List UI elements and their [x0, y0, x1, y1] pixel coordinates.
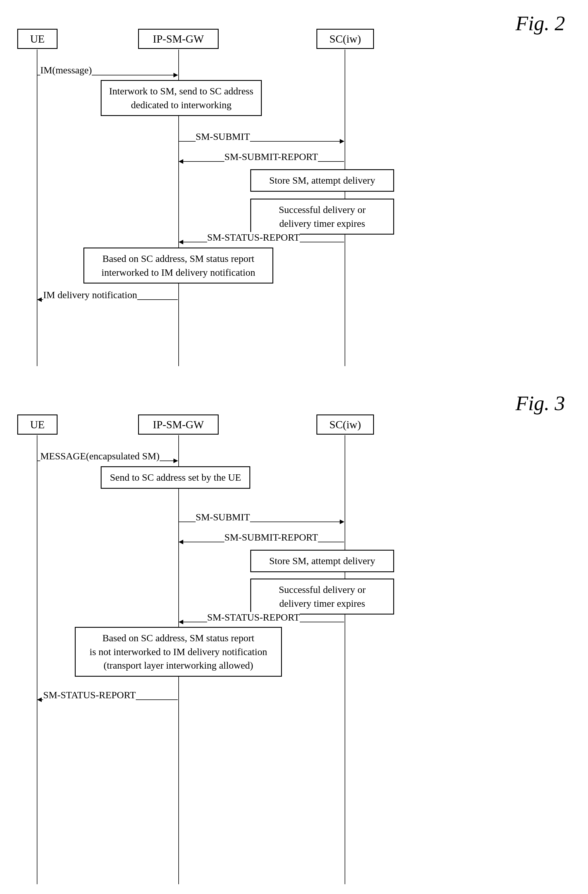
- fig3-label-smstatusreport2: SM-STATUS-REPORT: [43, 690, 136, 701]
- fig2-title: Fig. 2: [516, 12, 565, 35]
- fig3-ue-lifeline: [37, 435, 38, 884]
- fig3-label-smsubmit: SM-SUBMIT: [196, 512, 250, 523]
- fig2-ipsmgw-box: IP-SM-GW: [138, 29, 219, 49]
- fig2-ue-lifeline: [37, 50, 38, 366]
- fig3-sciw-box: SC(iw): [317, 414, 374, 435]
- fig2-sciw-box: SC(iw): [317, 29, 374, 49]
- fig3-action-successful: Successful delivery ordelivery timer exp…: [250, 578, 394, 615]
- fig2-label-smsubmit: SM-SUBMIT: [196, 131, 250, 142]
- fig2-label-smsubmitreport: SM-SUBMIT-REPORT: [225, 151, 318, 162]
- fig3-action-sendtosc: Send to SC address set by the UE: [101, 466, 250, 489]
- fig3-label-smsubmitreport: SM-SUBMIT-REPORT: [225, 532, 318, 543]
- fig2-action-interwork: Interwork to SM, send to SC addressdedic…: [101, 80, 262, 116]
- fig3-action-based: Based on SC address, SM status reportis …: [75, 627, 282, 677]
- fig3-label-message: MESSAGE(encapsulated SM): [40, 451, 160, 462]
- fig2-ue-box: UE: [17, 29, 57, 49]
- fig3-sciw-lifeline: [345, 435, 345, 884]
- fig3-action-store: Store SM, attempt delivery: [250, 550, 394, 572]
- fig2-label-imdelivery: IM delivery notification: [43, 290, 137, 301]
- fig2-label-immessage: IM(message): [40, 65, 92, 76]
- fig3-ue-box: UE: [17, 414, 57, 435]
- fig2-action-based: Based on SC address, SM status reportint…: [83, 248, 273, 284]
- fig2-label-smstatusreport: SM-STATUS-REPORT: [207, 232, 300, 243]
- fig3-label-smstatusreport: SM-STATUS-REPORT: [207, 612, 300, 623]
- fig3-ipsmgw-box: IP-SM-GW: [138, 414, 219, 435]
- fig2-action-successful: Successful delivery ordelivery timer exp…: [250, 199, 394, 235]
- fig2-action-store: Store SM, attempt delivery: [250, 169, 394, 192]
- fig3-title: Fig. 3: [516, 391, 565, 415]
- diagram-container: Fig. 2 UE IP-SM-GW SC(iw) IM(message) In…: [0, 0, 588, 894]
